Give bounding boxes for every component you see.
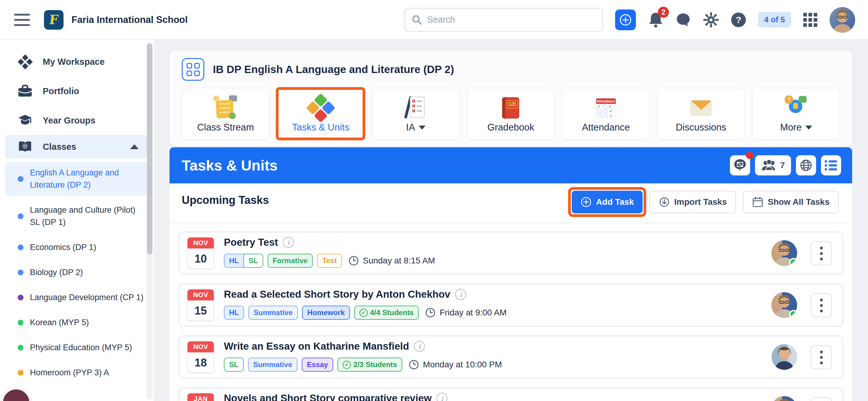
teacher-avatar[interactable] xyxy=(772,240,797,266)
tab-attendance[interactable]: Attendance✓◯✓◯◯✓◯◯✓ Attendance xyxy=(562,88,650,139)
show-all-tasks-button[interactable]: Show All Tasks xyxy=(743,191,839,213)
class-color-dot xyxy=(18,320,24,325)
help-button[interactable]: ? xyxy=(731,12,746,27)
teacher-avatar[interactable] xyxy=(772,292,797,318)
class-item-biology[interactable]: Biology (DP 2) xyxy=(5,262,149,283)
task-title[interactable]: Poetry Test xyxy=(224,236,278,248)
tasks-units-banner: Tasks & Units 7 xyxy=(169,147,852,183)
globe-icon xyxy=(799,159,813,172)
class-item-homeroom[interactable]: Homeroom (PYP 3) A xyxy=(5,362,149,383)
level-badge: HL xyxy=(224,254,244,268)
check-circle-icon: ✓ xyxy=(360,309,368,317)
students-progress-badge: ✓2/3 Students xyxy=(338,357,402,372)
task-title[interactable]: Write an Essay on Katharine Mansfield xyxy=(224,341,409,352)
course-squares-icon[interactable] xyxy=(182,58,204,81)
add-task-button[interactable]: Add Task xyxy=(572,191,643,213)
members-count: 7 xyxy=(780,161,785,170)
notification-badge: 2 xyxy=(658,7,669,18)
class-item-economics[interactable]: Economics (DP 1) xyxy=(5,236,149,258)
class-item-language-culture[interactable]: Language and Culture (Pilot) SL (DP 1) xyxy=(5,199,149,233)
teacher-avatar[interactable] xyxy=(772,396,797,401)
info-icon[interactable]: i xyxy=(414,341,425,352)
calendar-icon xyxy=(752,196,764,208)
sidebar-scrollbar-track[interactable] xyxy=(147,41,153,399)
class-color-dot xyxy=(18,176,24,182)
info-icon[interactable]: i xyxy=(283,237,294,248)
members-button[interactable]: 7 xyxy=(755,155,791,175)
list-view-button[interactable] xyxy=(821,155,841,175)
task-row[interactable]: NOV15 Read a Selected Short Story by Ant… xyxy=(179,284,843,326)
course-title: IB DP English A Language and Literature … xyxy=(213,63,454,76)
task-row[interactable]: JAN Novels and Short Story comparative r… xyxy=(179,388,843,401)
sidebar-item-label: Portfolio xyxy=(43,86,79,96)
task-menu-button[interactable] xyxy=(811,345,832,369)
settings-button[interactable] xyxy=(703,12,719,28)
class-stream-icon xyxy=(213,95,239,121)
class-item-korean[interactable]: Korean (MYP 5) xyxy=(5,312,149,333)
tab-gradebook[interactable]: GB Gradebook xyxy=(467,88,555,139)
divider xyxy=(169,223,852,223)
tab-discussions[interactable]: Discussions xyxy=(657,88,745,139)
task-row[interactable]: NOV18 Write an Essay on Katharine Mansfi… xyxy=(179,336,843,378)
clock-icon xyxy=(348,255,359,266)
ia-clipboard-icon: xxx xyxy=(403,95,429,121)
sidebar-item-classes[interactable]: Classes xyxy=(5,135,149,158)
course-card: IB DP English A Language and Literature … xyxy=(169,51,852,146)
main-content: IB DP English A Language and Literature … xyxy=(154,40,868,401)
quick-add-button[interactable] xyxy=(615,9,636,30)
notifications-button[interactable]: 2 xyxy=(648,11,663,28)
search-input[interactable] xyxy=(427,15,595,25)
task-menu-button[interactable] xyxy=(811,397,832,401)
hamburger-menu-icon[interactable] xyxy=(14,14,30,26)
tab-more[interactable]: ? More xyxy=(752,88,840,139)
messages-button[interactable] xyxy=(676,12,691,28)
class-item-language-development[interactable]: Language Development (CP 1) xyxy=(5,287,149,308)
category-badge: Test xyxy=(317,254,342,268)
import-tasks-button[interactable]: Import Tasks xyxy=(649,191,736,213)
apps-grid-icon[interactable] xyxy=(803,13,817,27)
info-icon[interactable]: i xyxy=(436,393,447,401)
tasks-body: Upcoming Tasks Add Task Import Tasks Sho… xyxy=(169,183,852,401)
search-box[interactable] xyxy=(404,8,603,32)
plus-circle-icon xyxy=(619,13,632,27)
task-title[interactable]: Novels and Short Story comparative revie… xyxy=(224,393,432,401)
plus-circle-icon xyxy=(580,196,592,208)
task-menu-button[interactable] xyxy=(811,293,832,317)
tab-class-stream[interactable]: Class Stream xyxy=(182,88,269,139)
task-menu-button[interactable] xyxy=(811,241,832,265)
sidebar-item-label: Classes xyxy=(43,142,76,152)
sidebar-item-my-workspace[interactable]: My Workspace xyxy=(0,47,154,77)
tasks-units-icon xyxy=(306,93,335,122)
check-circle-icon: ✓ xyxy=(343,361,351,369)
class-color-dot xyxy=(18,295,24,300)
language-globe-button[interactable] xyxy=(796,155,816,175)
tab-label: IA xyxy=(406,122,415,133)
user-avatar[interactable] xyxy=(830,7,855,33)
sidebar-scrollbar-thumb[interactable] xyxy=(147,44,152,254)
list-icon xyxy=(824,159,838,171)
search-icon xyxy=(412,15,422,25)
task-row[interactable]: NOV10 Poetry Test i HL SL Formative Test… xyxy=(179,232,843,275)
info-icon[interactable]: i xyxy=(455,289,466,300)
sidebar-item-portfolio[interactable]: Portfolio xyxy=(0,77,154,106)
chevron-up-icon xyxy=(130,144,139,149)
due-time: Sunday at 8:15 AM xyxy=(363,256,435,266)
messages-stream-button[interactable] xyxy=(730,155,750,175)
school-logo[interactable]: F xyxy=(44,10,64,30)
tab-tasks-units[interactable]: Tasks & Units xyxy=(277,88,364,139)
top-bar-actions: 2 ? 4 of 5 xyxy=(404,7,855,33)
chevron-down-icon xyxy=(805,125,812,130)
class-color-dot xyxy=(18,245,24,250)
task-title[interactable]: Read a Selected Short Story by Anton Che… xyxy=(224,289,450,300)
tab-ia[interactable]: xxx IA xyxy=(372,88,460,139)
class-item-label: Korean (MYP 5) xyxy=(30,318,89,327)
tab-label: Gradebook xyxy=(488,122,534,133)
usage-badge[interactable]: 4 of 5 xyxy=(758,12,791,28)
class-item-physical-education[interactable]: Physical Education (MYP 5) xyxy=(5,337,149,358)
teacher-avatar[interactable] xyxy=(772,344,797,370)
sidebar-item-label: Year Groups xyxy=(43,116,95,125)
level-badge: SL xyxy=(243,254,263,268)
assessment-badge: Formative xyxy=(268,254,313,268)
sidebar-item-year-groups[interactable]: Year Groups xyxy=(0,106,154,135)
class-item-english-a[interactable]: English A Language and Literature (DP 2) xyxy=(5,162,149,196)
